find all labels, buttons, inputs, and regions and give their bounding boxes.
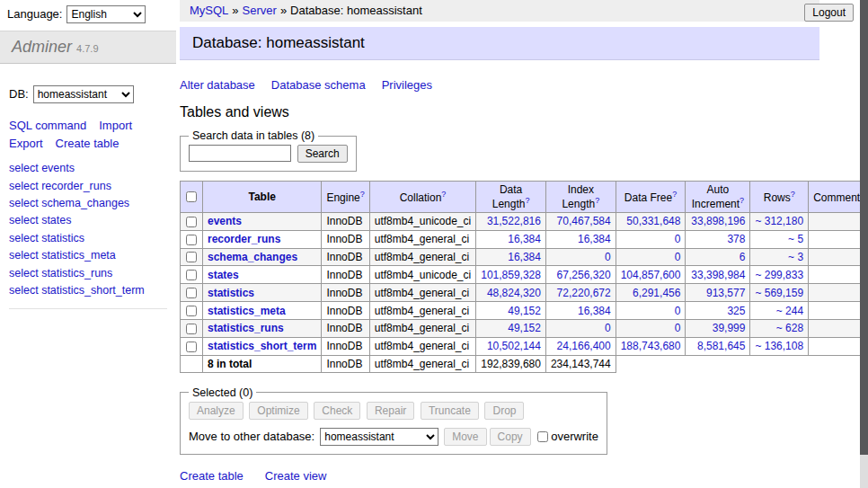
repair-button[interactable]: Repair	[367, 402, 414, 420]
row-checkbox[interactable]	[186, 324, 197, 334]
scrollbar[interactable]	[860, 0, 868, 488]
copy-button[interactable]: Copy	[490, 428, 531, 446]
import-link[interactable]: Import	[99, 119, 132, 132]
table-name-link[interactable]: statistics_runs	[208, 322, 284, 334]
sidebar-table-link-statistics[interactable]: select statistics	[9, 232, 84, 244]
privileges-link[interactable]: Privileges	[382, 78, 432, 92]
sidebar-table-link-recorder-runs[interactable]: select recorder_runs	[9, 180, 111, 192]
data-free-link[interactable]: 0	[675, 305, 681, 317]
data-length-link[interactable]: 101,859,328	[481, 269, 541, 281]
db-select[interactable]: homeassistant	[33, 85, 134, 103]
sql-command-link[interactable]: SQL command	[9, 119, 86, 132]
database-schema-link[interactable]: Database schema	[271, 78, 366, 92]
table-name-link[interactable]: schema_changes	[208, 251, 297, 263]
row-checkbox[interactable]	[186, 342, 197, 352]
scrollbar-thumb[interactable]	[860, 0, 868, 455]
table-name-link[interactable]: events	[208, 215, 242, 227]
row-checkbox[interactable]	[186, 306, 197, 316]
breadcrumb-server-link[interactable]: Server	[243, 4, 277, 17]
data-length-link[interactable]: 10,502,144	[487, 340, 541, 352]
index-length-link[interactable]: 0	[605, 322, 611, 334]
data-free-link[interactable]: 6,291,456	[633, 287, 680, 299]
drop-button[interactable]: Drop	[484, 402, 524, 420]
row-checkbox[interactable]	[186, 217, 197, 227]
rows-count-link[interactable]: ~ 312,180	[755, 215, 803, 227]
index-length-link[interactable]: 67,256,320	[557, 269, 611, 281]
data-length-link[interactable]: 48,824,320	[487, 287, 541, 299]
table-name-link[interactable]: statistics_meta	[208, 305, 286, 317]
rows-count-link[interactable]: ~ 136,108	[755, 340, 803, 352]
index-length-link[interactable]: 24,166,400	[557, 340, 611, 352]
data-free-link[interactable]: 104,857,600	[621, 269, 681, 281]
auto-increment-link[interactable]: 33,898,196	[691, 215, 745, 227]
auto-increment-link[interactable]: 325	[727, 305, 745, 317]
export-link[interactable]: Export	[9, 137, 43, 150]
alter-database-link[interactable]: Alter database	[180, 78, 255, 92]
row-checkbox[interactable]	[186, 235, 197, 245]
check-button[interactable]: Check	[314, 402, 360, 420]
sidebar-table-link-states[interactable]: select states	[9, 214, 71, 226]
auto-increment-link[interactable]: 33,398,984	[691, 269, 745, 281]
sidebar-table-link-events[interactable]: select events	[9, 162, 75, 174]
row-checkbox[interactable]	[186, 252, 197, 262]
index-length-link[interactable]: 72,220,672	[557, 287, 611, 299]
data-free-link[interactable]: 0	[675, 233, 681, 245]
rows-count-link[interactable]: ~ 3	[788, 251, 803, 263]
sidebar-table-link-statistics-runs[interactable]: select statistics_runs	[9, 267, 112, 279]
table-name-link[interactable]: recorder_runs	[208, 233, 280, 245]
rows-count-link[interactable]: ~ 569,159	[755, 287, 803, 299]
auto-increment-link[interactable]: 39,999	[713, 322, 746, 334]
index-length-link[interactable]: 16,384	[578, 305, 611, 317]
rows-count-link[interactable]: ~ 628	[776, 322, 803, 334]
table-name-link[interactable]: statistics	[208, 287, 254, 299]
auto-increment-link[interactable]: 6	[740, 251, 746, 263]
help-link-icon[interactable]: ?	[791, 190, 795, 199]
logout-button[interactable]: Logout	[804, 4, 854, 22]
auto-increment-link[interactable]: 913,577	[706, 287, 745, 299]
sidebar-table-link-statistics-short-term[interactable]: select statistics_short_term	[9, 284, 145, 297]
create-table-link[interactable]: Create table	[56, 137, 120, 150]
index-length-link[interactable]: 0	[605, 251, 611, 263]
language-select[interactable]: English	[66, 5, 146, 23]
data-free-link[interactable]: 0	[675, 251, 681, 263]
create-view-link[interactable]: Create view	[265, 469, 327, 483]
create-table-link-main[interactable]: Create table	[180, 469, 244, 483]
rows-count-link[interactable]: ~ 299,833	[755, 269, 803, 281]
help-link-icon[interactable]: ?	[360, 190, 365, 199]
help-link-icon[interactable]: ?	[595, 196, 599, 205]
sidebar-table-link-schema-changes[interactable]: select schema_changes	[9, 197, 129, 209]
help-link-icon[interactable]: ?	[441, 190, 446, 199]
index-length-link[interactable]: 16,384	[578, 233, 611, 245]
select-all-checkbox[interactable]	[186, 191, 197, 202]
data-free-link[interactable]: 0	[675, 322, 681, 334]
help-link-icon[interactable]: ?	[525, 196, 529, 205]
analyze-button[interactable]: Analyze	[189, 402, 244, 420]
data-length-link[interactable]: 49,152	[508, 305, 541, 317]
optimize-button[interactable]: Optimize	[249, 402, 307, 420]
help-link-icon[interactable]: ?	[672, 190, 677, 199]
index-length-link[interactable]: 70,467,584	[557, 215, 611, 227]
data-free-link[interactable]: 50,331,648	[626, 215, 680, 227]
auto-increment-link[interactable]: 8,581,645	[697, 340, 745, 352]
sidebar-table-link-statistics-meta[interactable]: select statistics_meta	[9, 249, 116, 262]
data-length-link[interactable]: 31,522,816	[487, 215, 541, 227]
rows-count-link[interactable]: ~ 244	[776, 305, 803, 317]
data-length-link[interactable]: 16,384	[508, 251, 541, 263]
row-checkbox[interactable]	[186, 270, 197, 280]
data-length-link[interactable]: 49,152	[508, 322, 541, 334]
auto-increment-link[interactable]: 378	[727, 233, 745, 245]
rows-count-link[interactable]: ~ 5	[788, 233, 803, 245]
data-length-link[interactable]: 16,384	[508, 233, 541, 245]
table-name-link[interactable]: statistics_short_term	[208, 340, 316, 352]
move-button[interactable]: Move	[444, 428, 486, 446]
data-free-link[interactable]: 188,743,680	[621, 340, 681, 352]
row-checkbox[interactable]	[186, 288, 197, 298]
breadcrumb-mysql-link[interactable]: MySQL	[190, 4, 228, 17]
app-version[interactable]: 4.7.9	[76, 43, 98, 54]
search-input[interactable]	[189, 145, 291, 162]
search-button[interactable]: Search	[297, 145, 348, 163]
overwrite-checkbox[interactable]	[537, 431, 548, 442]
table-name-link[interactable]: states	[208, 269, 239, 281]
app-title[interactable]: Adminer	[12, 38, 72, 56]
help-link-icon[interactable]: ?	[740, 196, 744, 205]
